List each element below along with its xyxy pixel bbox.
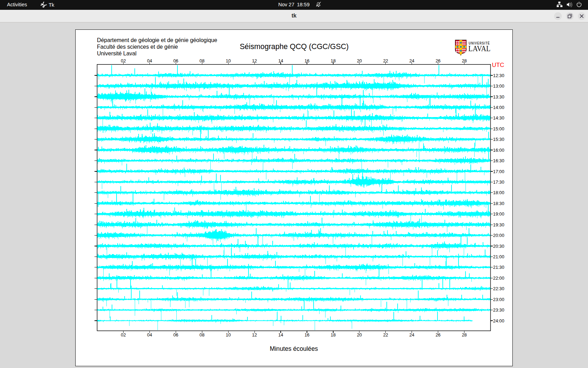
svg-text:19:00: 19:00	[493, 211, 504, 217]
svg-text:10: 10	[226, 332, 231, 338]
svg-text:16: 16	[304, 58, 309, 63]
svg-text:12:30: 12:30	[493, 73, 504, 78]
svg-text:20:00: 20:00	[493, 233, 504, 238]
svg-text:26: 26	[435, 58, 440, 63]
svg-text:Séismographe QCQ (CGC/GSC): Séismographe QCQ (CGC/GSC)	[240, 42, 349, 51]
svg-text:18:30: 18:30	[493, 201, 504, 206]
svg-text:24: 24	[410, 58, 414, 63]
svg-text:16:30: 16:30	[493, 158, 504, 163]
svg-text:17:00: 17:00	[493, 169, 504, 174]
svg-text:18: 18	[331, 58, 336, 63]
svg-text:24: 24	[410, 332, 414, 338]
svg-text:08: 08	[200, 58, 204, 63]
svg-text:16: 16	[304, 332, 309, 338]
svg-text:16:00: 16:00	[493, 148, 504, 153]
svg-text:02: 02	[121, 332, 126, 338]
svg-text:12: 12	[252, 332, 257, 338]
svg-text:15:00: 15:00	[493, 126, 504, 131]
svg-text:LAVAL: LAVAL	[468, 44, 491, 53]
svg-text:04: 04	[147, 58, 152, 63]
svg-text:17:30: 17:30	[493, 179, 504, 185]
svg-text:14: 14	[278, 332, 283, 338]
svg-text:14:30: 14:30	[493, 115, 504, 121]
svg-text:20: 20	[357, 58, 362, 63]
svg-text:19:30: 19:30	[493, 222, 504, 227]
svg-text:02: 02	[121, 58, 126, 63]
svg-text:UTC: UTC	[492, 62, 504, 68]
svg-text:21:00: 21:00	[493, 254, 504, 259]
svg-text:Département de géologie et de: Département de géologie et de génie géol…	[97, 37, 217, 43]
svg-text:Minutes écoulées: Minutes écoulées	[270, 345, 318, 352]
svg-text:06: 06	[173, 332, 178, 338]
svg-text:22:30: 22:30	[493, 286, 504, 291]
svg-text:28: 28	[462, 332, 467, 338]
svg-text:06: 06	[173, 58, 178, 63]
svg-text:28: 28	[462, 58, 467, 63]
svg-text:26: 26	[435, 332, 440, 338]
svg-text:23:30: 23:30	[493, 307, 504, 313]
svg-text:22: 22	[383, 58, 388, 63]
svg-text:Faculté des sciences et de gén: Faculté des sciences et de génie	[97, 44, 178, 50]
svg-text:10: 10	[226, 58, 231, 63]
svg-text:Université Laval: Université Laval	[97, 50, 136, 56]
svg-text:22:00: 22:00	[493, 275, 504, 281]
svg-text:Tk: Tk	[49, 2, 55, 8]
svg-text:04: 04	[147, 332, 152, 338]
svg-text:20: 20	[357, 332, 362, 338]
svg-text:13:30: 13:30	[493, 94, 504, 100]
svg-text:24:00: 24:00	[493, 318, 504, 323]
svg-text:22: 22	[383, 332, 388, 338]
svg-text:20:30: 20:30	[493, 244, 504, 249]
svg-text:18: 18	[331, 332, 336, 338]
svg-text:21:30: 21:30	[493, 265, 504, 270]
svg-text:15:30: 15:30	[493, 137, 504, 142]
svg-text:14:00: 14:00	[493, 105, 504, 110]
svg-text:14: 14	[278, 58, 283, 63]
svg-text:18:00: 18:00	[493, 190, 504, 195]
svg-text:23:00: 23:00	[493, 297, 504, 302]
svg-text:08: 08	[200, 332, 204, 338]
svg-text:13:00: 13:00	[493, 83, 504, 89]
svg-text:12: 12	[252, 58, 257, 63]
